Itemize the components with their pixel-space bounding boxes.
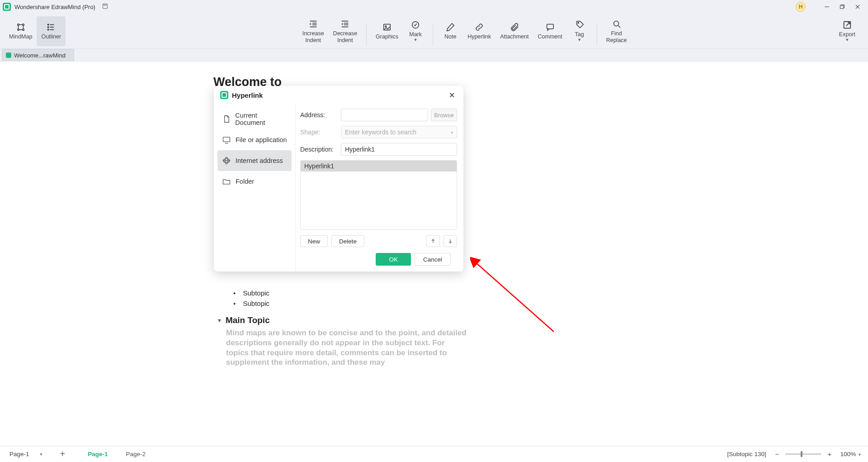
chevron-down-icon: ▼ xyxy=(39,452,43,457)
tag-button[interactable]: Tag ▼ xyxy=(567,16,592,46)
sidebar-item-current-document[interactable]: Current Document xyxy=(217,109,292,129)
main-topic-row[interactable]: ▼ Main Topic xyxy=(217,315,467,325)
sidebar-item-file-application[interactable]: File or application xyxy=(217,129,292,150)
dialog-sidebar: Current Document File or application Int… xyxy=(214,104,295,271)
description-input[interactable] xyxy=(341,143,457,156)
address-input[interactable] xyxy=(341,109,428,121)
comment-button[interactable]: Comment xyxy=(533,16,566,46)
find-replace-button[interactable]: Find Replace xyxy=(602,16,632,46)
decrease-indent-label-1: Decrease xyxy=(333,30,358,37)
toolbar-separator xyxy=(366,24,367,46)
attachment-icon xyxy=(509,22,519,33)
delete-button[interactable]: Delete xyxy=(331,235,364,247)
shape-label: Shape: xyxy=(300,129,341,136)
sidebar-label: Current Document xyxy=(235,112,287,126)
svg-point-28 xyxy=(613,21,618,26)
zoom-label[interactable]: 100% ▼ xyxy=(840,451,862,457)
increase-indent-label-1: Increase xyxy=(302,30,324,37)
shape-combobox[interactable]: Enter keywords to search xyxy=(341,126,457,138)
note-label: Note xyxy=(444,33,456,40)
svg-point-9 xyxy=(48,24,49,25)
toolbar-separator xyxy=(597,24,597,46)
graphics-icon xyxy=(382,22,392,33)
user-avatar[interactable]: H xyxy=(796,2,806,12)
svg-point-13 xyxy=(48,29,49,30)
description-label: Description: xyxy=(300,146,341,153)
svg-point-11 xyxy=(48,27,49,28)
svg-line-31 xyxy=(476,262,554,332)
hyperlink-icon xyxy=(474,22,484,33)
toolbar: MindMap Outliner Increase Indent Decreas… xyxy=(0,14,868,49)
page-tab[interactable]: Page-2 xyxy=(117,449,155,459)
file-tabstrip: Welcome...rawMind xyxy=(0,49,868,62)
status-subtopic: [Subtopic 130] xyxy=(727,451,766,457)
find-icon xyxy=(612,19,622,29)
export-label: Export xyxy=(839,31,855,38)
close-button[interactable] xyxy=(850,2,865,12)
decrease-indent-icon xyxy=(340,19,350,29)
dialog-close-button[interactable]: ✕ xyxy=(446,90,457,100)
dialog-main: Address: Browse Shape: Enter keywords to… xyxy=(295,104,463,271)
mark-button[interactable]: Mark ▼ xyxy=(403,16,428,46)
mark-label: Mark xyxy=(409,31,422,38)
page-selector[interactable]: Page-1 ▼ xyxy=(6,449,46,459)
chevron-down-icon: ▼ xyxy=(845,38,849,43)
hyperlink-button[interactable]: Hyperlink xyxy=(463,16,495,46)
main-topic-label: Main Topic xyxy=(226,315,270,325)
maximize-button[interactable] xyxy=(835,2,850,12)
list-item[interactable]: Hyperlink1 xyxy=(301,161,457,171)
note-icon xyxy=(445,22,455,33)
sidebar-item-internet-address[interactable]: Internet address xyxy=(217,150,292,171)
mindmap-button[interactable]: MindMap xyxy=(5,16,37,46)
collapse-icon[interactable]: ▼ xyxy=(217,318,222,323)
subtopic-item[interactable]: Subtopic xyxy=(233,289,467,297)
decrease-indent-label-2: Indent xyxy=(337,37,353,44)
attachment-button[interactable]: Attachment xyxy=(495,16,533,46)
shape-placeholder: Enter keywords to search xyxy=(345,129,416,136)
zoom-thumb[interactable] xyxy=(801,451,802,457)
chevron-down-icon: ▼ xyxy=(414,38,418,43)
outliner-button[interactable]: Outliner xyxy=(37,16,66,46)
sidebar-label: Internet address xyxy=(236,157,283,164)
zoom-in-button[interactable]: + xyxy=(826,451,833,458)
new-button[interactable]: New xyxy=(300,235,328,247)
zoom-out-button[interactable]: − xyxy=(774,451,781,458)
titlebar: Wondershare EdrawMind (Pro) H xyxy=(0,0,868,14)
zoom-slider[interactable] xyxy=(785,453,821,455)
file-tab[interactable]: Welcome...rawMind xyxy=(2,49,74,61)
move-down-button[interactable] xyxy=(443,235,457,247)
file-tab-icon xyxy=(6,52,11,58)
export-button[interactable]: Export ▼ xyxy=(835,16,860,46)
move-up-button[interactable] xyxy=(426,235,440,247)
hyperlink-list[interactable]: Hyperlink1 xyxy=(300,160,457,230)
graphics-button[interactable]: Graphics xyxy=(371,16,403,46)
sidebar-label: Folder xyxy=(236,178,254,185)
sidebar-item-folder[interactable]: Folder xyxy=(217,171,292,192)
minimize-button[interactable] xyxy=(819,2,835,12)
mark-icon xyxy=(410,19,420,30)
page-tab[interactable]: Page-1 xyxy=(79,449,117,459)
subtopic-item[interactable]: Subtopic xyxy=(233,300,467,307)
increase-indent-button[interactable]: Increase Indent xyxy=(298,16,329,46)
tag-label: Tag xyxy=(575,31,584,38)
outliner-label: Outliner xyxy=(41,33,61,40)
svg-rect-32 xyxy=(223,137,230,142)
svg-point-27 xyxy=(578,22,579,23)
add-page-button[interactable]: + xyxy=(60,449,65,459)
decrease-indent-button[interactable]: Decrease Indent xyxy=(329,16,362,46)
mindmap-icon xyxy=(16,22,26,33)
svg-rect-0 xyxy=(103,4,107,9)
comment-label: Comment xyxy=(538,33,562,40)
browse-button[interactable]: Browse xyxy=(431,109,457,121)
chevron-down-icon: ▼ xyxy=(577,38,581,43)
export-icon xyxy=(842,19,852,30)
cancel-button[interactable]: Cancel xyxy=(415,253,451,266)
topic-description[interactable]: Mind maps are known to be concise and to… xyxy=(226,328,467,367)
note-button[interactable]: Note xyxy=(438,16,463,46)
zoom-control: − + xyxy=(774,451,833,458)
svg-point-8 xyxy=(22,29,24,31)
hyperlink-dialog: Hyperlink ✕ Current Document File or app… xyxy=(214,86,463,271)
ok-button[interactable]: OK xyxy=(376,253,411,266)
save-indicator-icon[interactable] xyxy=(102,3,108,11)
tag-icon xyxy=(575,19,585,30)
